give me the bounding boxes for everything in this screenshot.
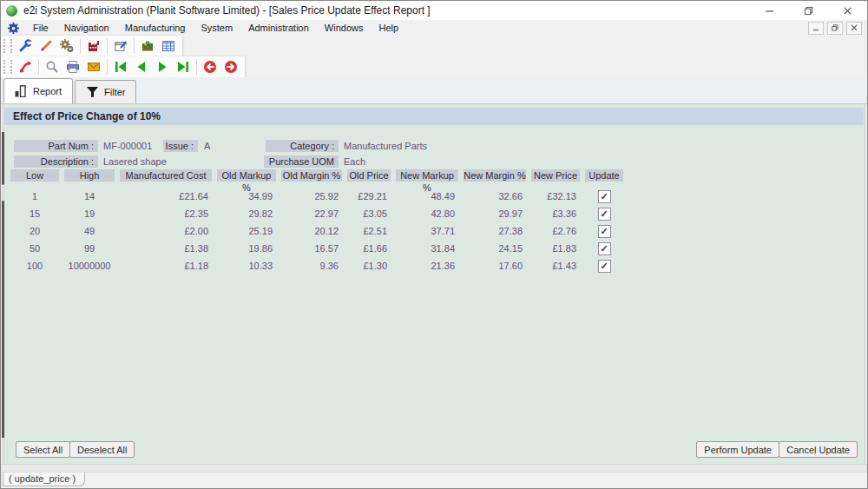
cell-cost: £2.00 <box>120 226 212 236</box>
cell-old-margin: 20.12 <box>281 226 342 236</box>
main-toolbar <box>1 36 182 57</box>
cell-update: ✓ <box>585 242 623 255</box>
bar-chart-icon <box>15 85 28 97</box>
column-header: Update <box>585 169 623 182</box>
status-text: ( update_price ) <box>3 472 85 486</box>
purchase-uom-value: Each <box>344 155 365 168</box>
cell-low: 15 <box>10 208 59 219</box>
settings-gear-icon[interactable] <box>7 22 20 35</box>
table-row: 2049£2.0025.1920.12£2.5137.7127.38£2.76✓ <box>10 222 623 240</box>
minimize-button[interactable] <box>750 1 789 20</box>
cell-cost: £21.64 <box>120 191 212 202</box>
splitter-handle[interactable] <box>2 184 4 202</box>
cell-old-margin: 16.57 <box>281 243 342 254</box>
table-header: LowHighManufactured CostOld Markup %Old … <box>10 169 623 182</box>
cell-old-margin: 25.92 <box>281 191 342 202</box>
menu-item-navigation[interactable]: Navigation <box>56 21 117 35</box>
table-icon[interactable] <box>158 36 179 56</box>
table-row: 5099£1.3819.8616.57£1.6631.8424.15£1.83✓ <box>10 240 623 257</box>
menu-item-windows[interactable]: Windows <box>317 21 372 35</box>
column-header: Manufactured Cost <box>120 169 212 182</box>
toolbar-separator <box>134 38 135 54</box>
part-num-label: Part Num : <box>14 140 98 152</box>
pdf-icon[interactable] <box>15 57 36 76</box>
cell-old-markup: 34.99 <box>217 191 276 202</box>
cell-update: ✓ <box>585 225 623 238</box>
brush-icon[interactable] <box>36 36 56 56</box>
properties-icon[interactable] <box>110 36 131 56</box>
cell-old-markup: 19.86 <box>217 243 276 254</box>
tab-report[interactable]: Report <box>3 78 73 103</box>
back-icon[interactable] <box>200 57 220 76</box>
select-all-button[interactable]: Select All <box>16 441 70 458</box>
action-bar: Select All Deselect All Perform Update C… <box>3 441 865 459</box>
deselect-all-button[interactable]: Deselect All <box>69 441 135 458</box>
report-title-band: Effect of Price Change of 10% <box>4 108 864 125</box>
mdi-window-controls <box>808 22 867 35</box>
mdi-close-button[interactable] <box>846 22 862 35</box>
update-checkbox[interactable]: ✓ <box>598 190 611 203</box>
forward-icon[interactable] <box>220 57 241 76</box>
update-checkbox[interactable]: ✓ <box>598 260 611 273</box>
toolbar-separator <box>196 59 197 75</box>
cell-old-margin: 9.36 <box>281 261 342 271</box>
nav-first-icon[interactable] <box>110 57 131 76</box>
toolbar-separator <box>80 38 81 54</box>
cell-cost: £1.18 <box>120 261 212 271</box>
cell-high: 99 <box>64 243 115 254</box>
column-header: New Margin % <box>464 169 526 182</box>
mdi-minimize-button[interactable] <box>808 22 824 35</box>
print-icon[interactable] <box>62 57 83 76</box>
report-toolbar <box>1 56 245 78</box>
perform-update-button[interactable]: Perform Update <box>696 441 779 458</box>
email-icon[interactable] <box>83 57 104 76</box>
cell-new-price: £3.36 <box>531 208 580 219</box>
toolbar-grip[interactable] <box>3 39 12 53</box>
menu-item-help[interactable]: Help <box>371 21 406 35</box>
status-bar: ( update_price ) <box>1 472 867 488</box>
wrench-icon[interactable] <box>15 36 36 56</box>
cell-old-margin: 22.97 <box>281 208 342 219</box>
menu-bar: FileNavigationManufacturingSystemAdminis… <box>1 20 867 36</box>
close-button[interactable] <box>828 1 867 20</box>
toolbar-separator <box>107 59 108 75</box>
report-title: Effect of Price Change of 10% <box>4 110 161 122</box>
cell-new-markup: 37.71 <box>396 226 458 236</box>
menu-item-administration[interactable]: Administration <box>240 21 317 35</box>
tab-filter[interactable]: Filter <box>75 80 136 103</box>
update-checkbox[interactable]: ✓ <box>598 208 611 221</box>
cell-new-markup: 21.36 <box>396 261 458 271</box>
nav-next-icon[interactable] <box>152 57 173 76</box>
update-checkbox[interactable]: ✓ <box>598 225 611 238</box>
app-window: e2i System Administration (Planit Softwa… <box>0 0 868 489</box>
cell-old-price: £3.05 <box>347 208 391 219</box>
description-value: Lasered shape <box>103 155 167 168</box>
restore-button[interactable] <box>789 1 828 20</box>
title-bar: e2i System Administration (Planit Softwa… <box>1 1 867 21</box>
green-sphere-icon <box>6 5 17 17</box>
toolbar-grip[interactable] <box>3 60 12 74</box>
cell-new-margin: 32.66 <box>464 191 526 202</box>
tab-strip: ReportFilter <box>1 77 867 104</box>
menu-item-file[interactable]: File <box>25 21 56 35</box>
table-row: 1519£2.3529.8222.97£3.0542.8029.97£3.36✓ <box>10 205 623 222</box>
factory-icon[interactable] <box>83 36 104 56</box>
update-checkbox[interactable]: ✓ <box>598 242 611 255</box>
nav-last-icon[interactable] <box>173 57 194 76</box>
cancel-update-button[interactable]: Cancel Update <box>779 441 858 458</box>
description-label: Description : <box>14 155 98 168</box>
cell-new-markup: 42.80 <box>396 208 458 219</box>
column-header: New Price <box>531 169 580 182</box>
nav-prev-icon[interactable] <box>131 57 152 76</box>
zoom-icon[interactable] <box>42 57 62 76</box>
menu-item-system[interactable]: System <box>193 21 240 35</box>
cell-high: 49 <box>64 226 115 236</box>
toolbox-icon[interactable] <box>137 36 158 56</box>
gears-icon[interactable] <box>56 36 77 56</box>
panel-splitter[interactable] <box>2 132 4 438</box>
mdi-restore-button[interactable] <box>827 22 843 35</box>
cell-new-price: £1.43 <box>531 261 580 271</box>
menu-item-manufacturing[interactable]: Manufacturing <box>117 21 194 35</box>
part-num-value: MF-000001 <box>103 140 152 152</box>
category-value: Manufactured Parts <box>344 140 427 152</box>
